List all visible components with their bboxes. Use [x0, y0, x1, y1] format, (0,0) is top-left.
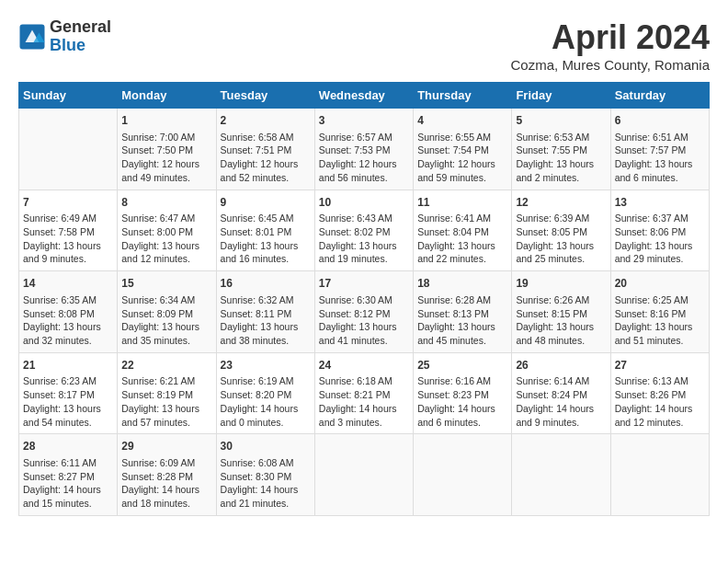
header-day-friday: Friday [512, 83, 610, 109]
calendar-cell: 8Sunrise: 6:47 AM Sunset: 8:00 PM Daylig… [118, 190, 216, 271]
calendar-cell [314, 434, 413, 516]
calendar-cell: 26Sunrise: 6:14 AM Sunset: 8:24 PM Dayli… [512, 352, 610, 434]
logo: General Blue [18, 18, 111, 55]
logo-icon [18, 23, 46, 51]
calendar-table: SundayMondayTuesdayWednesdayThursdayFrid… [18, 82, 710, 516]
title-block: April 2024 Cozma, Mures County, Romania [511, 18, 710, 73]
day-info: Sunrise: 6:28 AM Sunset: 8:13 PM Dayligh… [417, 293, 507, 348]
day-number: 22 [121, 358, 211, 373]
calendar-cell: 14Sunrise: 6:35 AM Sunset: 8:08 PM Dayli… [19, 271, 118, 353]
calendar-week-row: 21Sunrise: 6:23 AM Sunset: 8:17 PM Dayli… [19, 352, 710, 434]
calendar-cell: 24Sunrise: 6:18 AM Sunset: 8:21 PM Dayli… [314, 352, 413, 434]
day-info: Sunrise: 6:55 AM Sunset: 7:54 PM Dayligh… [417, 131, 507, 185]
day-number: 21 [23, 358, 113, 373]
header-day-monday: Monday [118, 83, 216, 109]
calendar-cell: 27Sunrise: 6:13 AM Sunset: 8:26 PM Dayli… [610, 352, 709, 434]
calendar-week-row: 14Sunrise: 6:35 AM Sunset: 8:08 PM Dayli… [19, 271, 710, 353]
calendar-cell: 22Sunrise: 6:21 AM Sunset: 8:19 PM Dayli… [118, 352, 216, 434]
header-day-tuesday: Tuesday [216, 83, 314, 109]
day-info: Sunrise: 6:21 AM Sunset: 8:19 PM Dayligh… [121, 374, 211, 429]
calendar-cell: 20Sunrise: 6:25 AM Sunset: 8:16 PM Dayli… [610, 271, 709, 353]
day-info: Sunrise: 6:49 AM Sunset: 7:58 PM Dayligh… [23, 212, 113, 266]
calendar-cell: 13Sunrise: 6:37 AM Sunset: 8:06 PM Dayli… [610, 190, 709, 271]
location: Cozma, Mures County, Romania [511, 57, 710, 73]
calendar-cell: 4Sunrise: 6:55 AM Sunset: 7:54 PM Daylig… [414, 109, 512, 190]
calendar-cell: 11Sunrise: 6:41 AM Sunset: 8:04 PM Dayli… [414, 190, 512, 271]
day-number: 26 [516, 358, 606, 373]
calendar-cell: 17Sunrise: 6:30 AM Sunset: 8:12 PM Dayli… [314, 271, 413, 353]
calendar-cell: 18Sunrise: 6:28 AM Sunset: 8:13 PM Dayli… [414, 271, 512, 353]
day-number: 4 [417, 113, 507, 129]
calendar-cell: 10Sunrise: 6:43 AM Sunset: 8:02 PM Dayli… [314, 190, 413, 271]
day-number: 6 [615, 113, 705, 129]
day-number: 13 [615, 195, 705, 211]
day-info: Sunrise: 6:11 AM Sunset: 8:27 PM Dayligh… [23, 456, 113, 511]
day-number: 24 [319, 358, 409, 373]
logo-general-text: General [50, 18, 111, 37]
day-info: Sunrise: 6:09 AM Sunset: 8:28 PM Dayligh… [121, 456, 211, 511]
calendar-cell: 12Sunrise: 6:39 AM Sunset: 8:05 PM Dayli… [512, 190, 610, 271]
day-number: 19 [516, 276, 606, 292]
calendar-cell: 21Sunrise: 6:23 AM Sunset: 8:17 PM Dayli… [19, 352, 118, 434]
day-info: Sunrise: 6:47 AM Sunset: 8:00 PM Dayligh… [121, 212, 211, 266]
day-number: 10 [319, 195, 409, 211]
day-info: Sunrise: 6:57 AM Sunset: 7:53 PM Dayligh… [319, 131, 409, 185]
day-info: Sunrise: 6:43 AM Sunset: 8:02 PM Dayligh… [319, 212, 409, 266]
calendar-cell: 29Sunrise: 6:09 AM Sunset: 8:28 PM Dayli… [118, 434, 216, 516]
day-number: 29 [121, 439, 211, 454]
day-number: 16 [221, 276, 311, 292]
day-info: Sunrise: 6:58 AM Sunset: 7:51 PM Dayligh… [221, 131, 311, 185]
day-number: 28 [23, 439, 113, 454]
day-info: Sunrise: 6:37 AM Sunset: 8:06 PM Dayligh… [615, 212, 705, 266]
day-info: Sunrise: 6:18 AM Sunset: 8:21 PM Dayligh… [319, 374, 409, 429]
calendar-cell: 28Sunrise: 6:11 AM Sunset: 8:27 PM Dayli… [19, 434, 118, 516]
header-day-sunday: Sunday [19, 83, 118, 109]
header-day-saturday: Saturday [610, 83, 709, 109]
day-info: Sunrise: 6:41 AM Sunset: 8:04 PM Dayligh… [417, 212, 507, 266]
calendar-header-row: SundayMondayTuesdayWednesdayThursdayFrid… [19, 83, 710, 109]
day-number: 11 [417, 195, 507, 211]
calendar-cell: 15Sunrise: 6:34 AM Sunset: 8:09 PM Dayli… [118, 271, 216, 353]
day-info: Sunrise: 6:53 AM Sunset: 7:55 PM Dayligh… [516, 131, 606, 185]
day-info: Sunrise: 7:00 AM Sunset: 7:50 PM Dayligh… [121, 131, 211, 185]
day-number: 25 [417, 358, 507, 373]
day-info: Sunrise: 6:16 AM Sunset: 8:23 PM Dayligh… [417, 374, 507, 429]
calendar-cell: 3Sunrise: 6:57 AM Sunset: 7:53 PM Daylig… [314, 109, 413, 190]
calendar-cell: 7Sunrise: 6:49 AM Sunset: 7:58 PM Daylig… [19, 190, 118, 271]
day-info: Sunrise: 6:23 AM Sunset: 8:17 PM Dayligh… [23, 374, 113, 429]
day-number: 15 [121, 276, 211, 292]
day-number: 3 [319, 113, 409, 129]
logo-blue-text: Blue [50, 37, 111, 55]
day-info: Sunrise: 6:32 AM Sunset: 8:11 PM Dayligh… [221, 293, 311, 348]
calendar-week-row: 1Sunrise: 7:00 AM Sunset: 7:50 PM Daylig… [19, 109, 710, 190]
day-number: 7 [23, 195, 113, 211]
header-day-thursday: Thursday [414, 83, 512, 109]
day-number: 17 [319, 276, 409, 292]
day-info: Sunrise: 6:30 AM Sunset: 8:12 PM Dayligh… [319, 293, 409, 348]
day-number: 5 [516, 113, 606, 129]
page-header: General Blue April 2024 Cozma, Mures Cou… [18, 18, 710, 73]
calendar-week-row: 28Sunrise: 6:11 AM Sunset: 8:27 PM Dayli… [19, 434, 710, 516]
day-number: 2 [221, 113, 311, 129]
day-number: 20 [615, 276, 705, 292]
day-info: Sunrise: 6:39 AM Sunset: 8:05 PM Dayligh… [516, 212, 606, 266]
day-info: Sunrise: 6:51 AM Sunset: 7:57 PM Dayligh… [615, 131, 705, 185]
day-info: Sunrise: 6:19 AM Sunset: 8:20 PM Dayligh… [221, 374, 311, 429]
header-day-wednesday: Wednesday [314, 83, 413, 109]
day-number: 18 [417, 276, 507, 292]
calendar-cell: 16Sunrise: 6:32 AM Sunset: 8:11 PM Dayli… [216, 271, 314, 353]
day-info: Sunrise: 6:26 AM Sunset: 8:15 PM Dayligh… [516, 293, 606, 348]
calendar-cell: 9Sunrise: 6:45 AM Sunset: 8:01 PM Daylig… [216, 190, 314, 271]
calendar-cell [19, 109, 118, 190]
day-number: 1 [121, 113, 211, 129]
calendar-cell: 19Sunrise: 6:26 AM Sunset: 8:15 PM Dayli… [512, 271, 610, 353]
day-number: 30 [221, 439, 311, 454]
calendar-cell: 1Sunrise: 7:00 AM Sunset: 7:50 PM Daylig… [118, 109, 216, 190]
month-title: April 2024 [511, 18, 710, 57]
day-info: Sunrise: 6:34 AM Sunset: 8:09 PM Dayligh… [121, 293, 211, 348]
day-info: Sunrise: 6:13 AM Sunset: 8:26 PM Dayligh… [615, 374, 705, 429]
calendar-cell [512, 434, 610, 516]
day-info: Sunrise: 6:25 AM Sunset: 8:16 PM Dayligh… [615, 293, 705, 348]
calendar-cell [414, 434, 512, 516]
calendar-cell: 5Sunrise: 6:53 AM Sunset: 7:55 PM Daylig… [512, 109, 610, 190]
